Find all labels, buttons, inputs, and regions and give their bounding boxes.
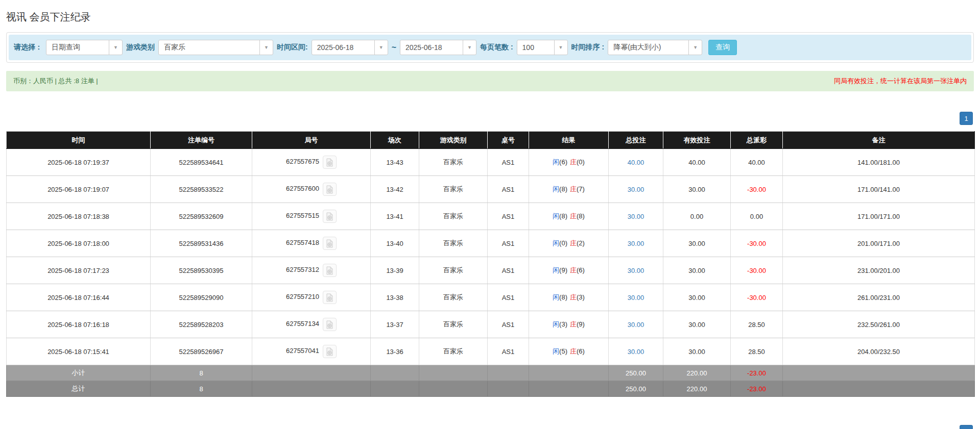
cell-game-type: 百家乐 (419, 311, 488, 338)
cell-result: 闲(3)庄(9) (529, 311, 609, 338)
cell-valid-bet: 30.00 (663, 257, 731, 284)
banker-result-score: (3) (577, 293, 585, 301)
video-replay-button[interactable] (323, 156, 337, 169)
round-id-text: 627557312 (286, 266, 319, 273)
cell-valid-bet: 30.00 (663, 338, 731, 365)
cell-valid-bet: 30.00 (663, 176, 731, 203)
currency-summary: 币别：人民币 | 总共 :8 注单 | (13, 77, 98, 86)
player-result-label: 闲 (553, 212, 559, 220)
table-row: 2025-06-18 07:19:07 522589533522 6275576… (7, 176, 975, 203)
total-bet-link[interactable]: 30.00 (628, 294, 644, 301)
video-replay-button[interactable] (323, 237, 337, 250)
chevron-down-icon: ▼ (688, 40, 702, 55)
page-size-label: 每页笔数 : (480, 43, 513, 52)
game-type-select[interactable]: 百家乐 ▼ (158, 40, 273, 55)
cell-round-id: 627557675 (252, 149, 371, 176)
total-bet-link[interactable]: 30.00 (628, 348, 644, 356)
total-bet-link[interactable]: 40.00 (628, 159, 644, 166)
total-bet-link[interactable]: 30.00 (628, 267, 644, 274)
query-button[interactable]: 查询 (708, 40, 737, 55)
page-size-select[interactable]: 100 ▼ (517, 40, 568, 55)
subtotal-total-bet: 250.00 (609, 365, 663, 381)
header-time: 时间 (7, 132, 151, 149)
banker-result-score: (6) (577, 347, 585, 355)
banker-result-label: 庄 (570, 347, 577, 355)
table-row: 2025-06-18 07:15:41 522589526967 6275570… (7, 338, 975, 365)
cell-result: 闲(8)庄(3) (529, 284, 609, 311)
range-separator: ~ (392, 43, 396, 52)
cell-payout: 0.00 (731, 203, 783, 230)
cell-payout: -30.00 (731, 284, 783, 311)
cell-round-id: 627557515 (252, 203, 371, 230)
mode-select[interactable]: 日期查询 ▼ (46, 40, 123, 55)
subtotal-valid-bet: 220.00 (663, 365, 731, 381)
video-file-icon (326, 158, 333, 167)
cell-table-no: AS1 (488, 257, 529, 284)
chevron-down-icon: ▼ (554, 40, 567, 55)
cell-remark: 261.00/231.00 (783, 284, 975, 311)
cell-payout: 40.00 (731, 149, 783, 176)
banker-result-score: (9) (577, 320, 585, 328)
game-type-label: 游戏类别 (126, 43, 155, 52)
cell-session: 13-38 (371, 284, 419, 311)
total-bet-link[interactable]: 30.00 (628, 240, 644, 247)
table-body: 2025-06-18 07:19:37 522589534641 6275576… (7, 149, 975, 365)
cell-game-type: 百家乐 (419, 284, 488, 311)
player-result-score: (9) (559, 266, 567, 274)
cell-result: 闲(9)庄(6) (529, 257, 609, 284)
total-bet-link[interactable]: 30.00 (628, 186, 644, 193)
video-replay-button[interactable] (323, 183, 337, 196)
video-replay-button[interactable] (323, 291, 337, 304)
cell-game-type: 百家乐 (419, 176, 488, 203)
date-from-select[interactable]: 2025-06-18 ▼ (312, 40, 388, 55)
table-row: 2025-06-18 07:18:00 522589531436 6275574… (7, 230, 975, 257)
round-id-text: 627557210 (286, 293, 319, 300)
cell-table-no: AS1 (488, 149, 529, 176)
cell-remark: 171.00/171.00 (783, 203, 975, 230)
table-row: 2025-06-18 07:19:37 522589534641 6275576… (7, 149, 975, 176)
video-file-icon (326, 266, 333, 275)
total-bet-link[interactable]: 30.00 (628, 321, 644, 329)
video-replay-button[interactable] (323, 345, 337, 358)
cell-total-bet: 30.00 (609, 203, 663, 230)
cell-payout: -30.00 (731, 230, 783, 257)
cell-bet-id: 522589529090 (151, 284, 252, 311)
page-1-button[interactable]: 1 (960, 112, 973, 125)
page-size-value: 100 (517, 43, 554, 52)
sort-select[interactable]: 降幂(由大到小) ▼ (608, 40, 702, 55)
cell-time: 2025-06-18 07:17:23 (7, 257, 151, 284)
total-bet-link[interactable]: 30.00 (628, 213, 644, 220)
cell-total-bet: 30.00 (609, 176, 663, 203)
cell-payout: -30.00 (731, 176, 783, 203)
cell-round-id: 627557418 (252, 230, 371, 257)
video-replay-button[interactable] (323, 210, 337, 223)
date-to-select[interactable]: 2025-06-18 ▼ (400, 40, 476, 55)
grand-total-count: 8 (151, 381, 252, 397)
round-id-text: 627557134 (286, 320, 319, 327)
header-result: 结果 (529, 132, 609, 149)
cell-table-no: AS1 (488, 338, 529, 365)
subtotal-payout: -23.00 (731, 365, 783, 381)
cell-valid-bet: 30.00 (663, 311, 731, 338)
cell-time: 2025-06-18 07:18:00 (7, 230, 151, 257)
player-result-score: (5) (559, 347, 567, 355)
notice-text: 同局有效投注，统一计算在该局第一张注单内 (834, 77, 967, 86)
cell-bet-id: 522589531436 (151, 230, 252, 257)
video-replay-button[interactable] (323, 264, 337, 277)
cell-game-type: 百家乐 (419, 230, 488, 257)
cell-game-type: 百家乐 (419, 149, 488, 176)
cell-session: 13-41 (371, 203, 419, 230)
page-1-button[interactable]: 1 (960, 425, 973, 429)
cell-payout: 28.50 (731, 311, 783, 338)
banker-result-label: 庄 (570, 158, 577, 166)
round-id-text: 627557600 (286, 185, 319, 192)
video-replay-button[interactable] (323, 318, 337, 331)
subtotal-row: 小计 8 250.00 220.00 -23.00 (7, 365, 975, 381)
video-file-icon (326, 212, 333, 221)
header-game-type: 游戏类别 (419, 132, 488, 149)
cell-valid-bet: 0.00 (663, 203, 731, 230)
cell-session: 13-37 (371, 311, 419, 338)
cell-round-id: 627557312 (252, 257, 371, 284)
video-file-icon (326, 320, 333, 329)
grand-total-label: 总计 (7, 381, 151, 397)
